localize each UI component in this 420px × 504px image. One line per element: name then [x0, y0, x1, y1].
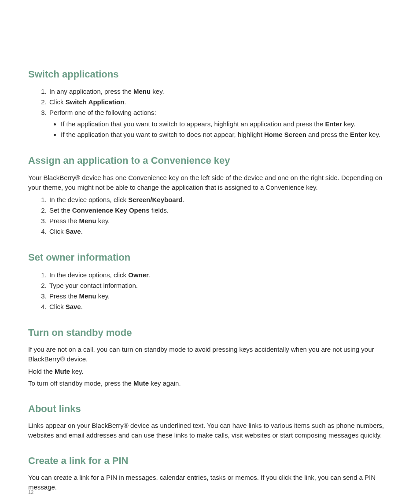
section-heading: Create a link for a PIN	[28, 455, 394, 467]
list-item: Click Save.	[48, 226, 394, 237]
list-item: Set the Convenience Key Opens fields.	[48, 205, 394, 216]
section-heading: About links	[28, 403, 394, 415]
list-item-text: Click Switch Application.	[49, 98, 126, 106]
body-paragraph: You can create a link for a PIN in messa…	[28, 473, 394, 492]
body-paragraph: If you are not on a call, you can turn o…	[28, 345, 394, 364]
list-item: Type your contact information.	[48, 280, 394, 291]
list-item: In the device options, click Screen/Keyb…	[48, 195, 394, 205]
list-item: Click Switch Application.	[48, 97, 394, 107]
bullet-list: If the application that you want to swit…	[49, 119, 394, 140]
section-heading: Turn on standby mode	[28, 327, 394, 338]
list-item-text: Type your contact information.	[49, 282, 138, 289]
list-item-text: In the device options, click Owner.	[49, 271, 151, 279]
section: Switch applicationsIn any application, p…	[28, 69, 394, 140]
section-heading: Set owner information	[28, 252, 394, 263]
body-paragraph: To turn off standby mode, press the Mute…	[28, 379, 394, 388]
list-item-text: If the application that you want to swit…	[61, 120, 355, 128]
list-item-text: Press the Menu key.	[49, 292, 110, 300]
body-paragraph: Your BlackBerry® device has one Convenie…	[28, 173, 394, 192]
numbered-list: In the device options, click Screen/Keyb…	[28, 195, 394, 237]
list-item-text: Click Save.	[49, 303, 83, 310]
list-item-text: Click Save.	[49, 228, 83, 235]
section: Assign an application to a Convenience k…	[28, 155, 394, 237]
list-item-text: In any application, press the Menu key.	[49, 88, 164, 95]
section: Set owner informationIn the device optio…	[28, 252, 394, 312]
section: Create a link for a PINYou can create a …	[28, 455, 394, 492]
list-item: In any application, press the Menu key.	[48, 86, 394, 97]
page-number: 12	[28, 489, 33, 495]
list-item: In the device options, click Owner.	[48, 270, 394, 280]
list-item: If the application that you want to swit…	[61, 129, 394, 140]
list-item-text: Set the Convenience Key Opens fields.	[49, 206, 169, 214]
section: About linksLinks appear on your BlackBer…	[28, 403, 394, 440]
numbered-list: In the device options, click Owner.Type …	[28, 270, 394, 312]
numbered-list: In any application, press the Menu key.C…	[28, 86, 394, 140]
document-page: Switch applicationsIn any application, p…	[0, 0, 420, 504]
list-item: Press the Menu key.	[48, 291, 394, 302]
list-item: If the application that you want to swit…	[61, 119, 394, 129]
list-item-text: In the device options, click Screen/Keyb…	[49, 196, 184, 203]
list-item-text: Press the Menu key.	[49, 217, 110, 224]
section-heading: Switch applications	[28, 69, 394, 80]
content-body: Switch applicationsIn any application, p…	[28, 69, 394, 492]
list-item: Perform one of the following actions:If …	[48, 107, 394, 140]
section-heading: Assign an application to a Convenience k…	[28, 155, 394, 166]
list-item-text: If the application that you want to swit…	[61, 131, 380, 138]
list-item-text: Perform one of the following actions:	[49, 109, 156, 116]
list-item: Press the Menu key.	[48, 216, 394, 226]
body-paragraph: Hold the Mute key.	[28, 367, 394, 376]
list-item: Click Save.	[48, 302, 394, 312]
section: Turn on standby modeIf you are not on a …	[28, 327, 394, 388]
body-paragraph: Links appear on your BlackBerry® device …	[28, 421, 394, 440]
